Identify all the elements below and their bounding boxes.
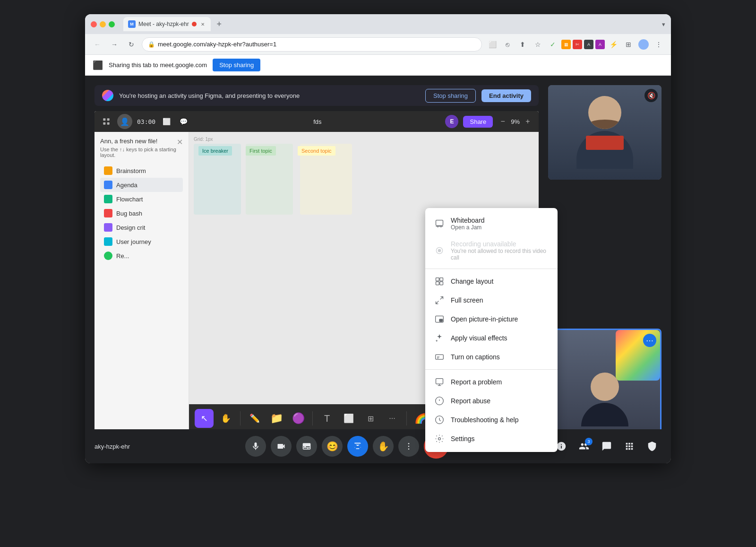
menu-item-whiteboard[interactable]: Whiteboard Open a Jam: [425, 212, 558, 235]
share-icon[interactable]: ⬆: [516, 38, 529, 51]
menu-item-fullscreen[interactable]: Full screen: [425, 291, 558, 310]
layout-agenda[interactable]: Agenda: [100, 178, 183, 192]
captions-button[interactable]: [296, 436, 317, 457]
menu-item-captions[interactable]: Turn on captions: [425, 347, 558, 366]
ext-1-icon[interactable]: ▦: [561, 40, 571, 49]
brainstorm-icon: [104, 166, 112, 175]
shape-tool-button[interactable]: 🟣: [289, 409, 308, 428]
chat-button[interactable]: [597, 437, 616, 456]
present-button[interactable]: [347, 436, 368, 457]
close-button[interactable]: [91, 21, 97, 27]
participant-2-more-options-button[interactable]: ⋯: [643, 334, 656, 347]
safety-button[interactable]: [643, 437, 662, 456]
tab-close-button[interactable]: ✕: [199, 21, 206, 27]
flowchart-label: Flowchart: [116, 196, 143, 203]
microphone-button[interactable]: [245, 436, 266, 457]
zoom-level: 9%: [511, 118, 520, 125]
meet-bottom-bar: aky-hzpk-ehr 😊 ✋: [85, 429, 671, 463]
menu-divider-1: [425, 269, 558, 269]
figma-user-icon: 👤: [117, 114, 132, 129]
menu-item-settings[interactable]: Settings: [425, 429, 558, 448]
profile-avatar[interactable]: [637, 38, 650, 51]
layout-designcrit[interactable]: Design crit: [100, 220, 183, 234]
cast-icon[interactable]: ⬜: [486, 38, 499, 51]
toolbar-separator-1: [240, 411, 241, 425]
minimize-button[interactable]: [100, 21, 106, 27]
zoom-out-button[interactable]: −: [498, 116, 508, 127]
meet-content: You're hosting an activity using Figma, …: [85, 76, 671, 463]
figma-comment-icon[interactable]: 💬: [177, 115, 189, 128]
figma-filename: fds: [313, 118, 321, 125]
layout-brainstorm[interactable]: Brainstorm: [100, 164, 183, 178]
zoom-in-button[interactable]: +: [523, 116, 533, 127]
maximize-button[interactable]: [109, 21, 115, 27]
figma-frame-icon[interactable]: ⬜: [160, 115, 172, 128]
ext-2-icon[interactable]: ✄: [573, 40, 582, 49]
menu-item-visual-effects[interactable]: Apply visual effects: [425, 329, 558, 347]
grid-label: Grid: 1px: [194, 137, 213, 142]
stop-sharing-banner-button[interactable]: Stop sharing: [213, 59, 260, 71]
sticky-first-topic: First topic: [246, 146, 276, 156]
layout-userjourney[interactable]: User journey: [100, 234, 183, 249]
cursor-tool-button[interactable]: ↖: [195, 409, 214, 428]
recording-title: Recording unavailable: [451, 240, 548, 248]
menu-item-report-problem[interactable]: Report a problem: [425, 373, 558, 391]
figma-menu-icon[interactable]: [100, 115, 112, 128]
figma-sidebar-title: Ann, a fresh new file!: [100, 138, 157, 145]
extensions-icon[interactable]: ⚡: [607, 38, 620, 51]
emoji-reaction-button[interactable]: 😊: [322, 436, 343, 457]
layout-flowchart[interactable]: Flowchart: [100, 192, 183, 206]
ext-4-icon[interactable]: A: [595, 40, 605, 49]
forward-button[interactable]: →: [108, 38, 121, 51]
userjourney-icon: [104, 237, 112, 246]
new-tab-button[interactable]: +: [213, 17, 226, 31]
text-tool-button[interactable]: T: [318, 409, 336, 428]
browser-window: M Meet - aky-hzpk-ehr ✕ + ▾ ← → ↻ 🔒 meet…: [85, 14, 671, 463]
more-options-meet-button[interactable]: [398, 436, 419, 457]
dropdown-menu: Whiteboard Open a Jam Recording unavaila…: [425, 208, 558, 452]
meeting-code: aky-hzpk-ehr: [94, 443, 142, 450]
raise-hand-button[interactable]: ✋: [373, 436, 394, 457]
security-ext-icon[interactable]: ✓: [546, 38, 559, 51]
stop-sharing-activity-button[interactable]: Stop sharing: [425, 89, 476, 103]
hand-tool-button[interactable]: ✋: [216, 409, 235, 428]
end-activity-button[interactable]: End activity: [481, 89, 531, 102]
visual-effects-label: Apply visual effects: [451, 334, 507, 342]
address-bar: ← → ↻ 🔒 meet.google.com/aky-hzpk-ehr?aut…: [85, 34, 671, 55]
browser-menu-icon[interactable]: ⋮: [652, 38, 665, 51]
recording-dot: [192, 22, 197, 26]
controls-right: 3: [552, 437, 662, 456]
fullscreen-icon: [435, 295, 444, 305]
frame-tool-button[interactable]: ⬜: [339, 409, 358, 428]
reload-button[interactable]: ↻: [125, 38, 138, 51]
tab-grid-icon[interactable]: ⊞: [622, 38, 635, 51]
menu-item-report-abuse[interactable]: Report abuse: [425, 391, 558, 410]
troubleshooting-label: Troubleshooting & help: [451, 416, 518, 424]
figma-share-button[interactable]: Share: [463, 116, 493, 128]
recording-content: Recording unavailable You're not allowed…: [451, 240, 548, 261]
more-tool-button[interactable]: ···: [383, 409, 402, 428]
activity-text: You're hosting an activity using Figma, …: [119, 92, 420, 99]
open-tab-icon[interactable]: ⎋: [501, 38, 514, 51]
back-button[interactable]: ←: [91, 38, 104, 51]
camera-button[interactable]: [271, 436, 292, 457]
layout-bugbash[interactable]: Bug bash: [100, 206, 183, 220]
people-button[interactable]: 3: [575, 437, 593, 456]
window-controls: ▾: [662, 21, 665, 28]
menu-item-change-layout[interactable]: Change layout: [425, 272, 558, 291]
menu-item-troubleshooting[interactable]: Troubleshooting & help: [425, 410, 558, 429]
figma-sidebar-close-icon[interactable]: ✕: [177, 138, 183, 147]
bookmark-icon[interactable]: ☆: [531, 38, 544, 51]
ext-3-icon[interactable]: A: [584, 40, 593, 49]
layout-re[interactable]: Re...: [100, 249, 183, 263]
pencil-tool-button[interactable]: ✏️: [245, 409, 264, 428]
brainstorm-label: Brainstorm: [116, 167, 146, 174]
table-tool-button[interactable]: ⊞: [361, 409, 380, 428]
url-bar[interactable]: 🔒 meet.google.com/aky-hzpk-ehr?authuser=…: [142, 37, 482, 52]
activities-button[interactable]: [620, 437, 639, 456]
menu-item-pip[interactable]: Open picture-in-picture: [425, 310, 558, 329]
fullscreen-label: Full screen: [451, 296, 483, 304]
active-tab[interactable]: M Meet - aky-hzpk-ehr ✕: [123, 17, 211, 31]
sticky-tool-button[interactable]: 📁: [267, 409, 286, 428]
svg-rect-12: [436, 282, 439, 285]
